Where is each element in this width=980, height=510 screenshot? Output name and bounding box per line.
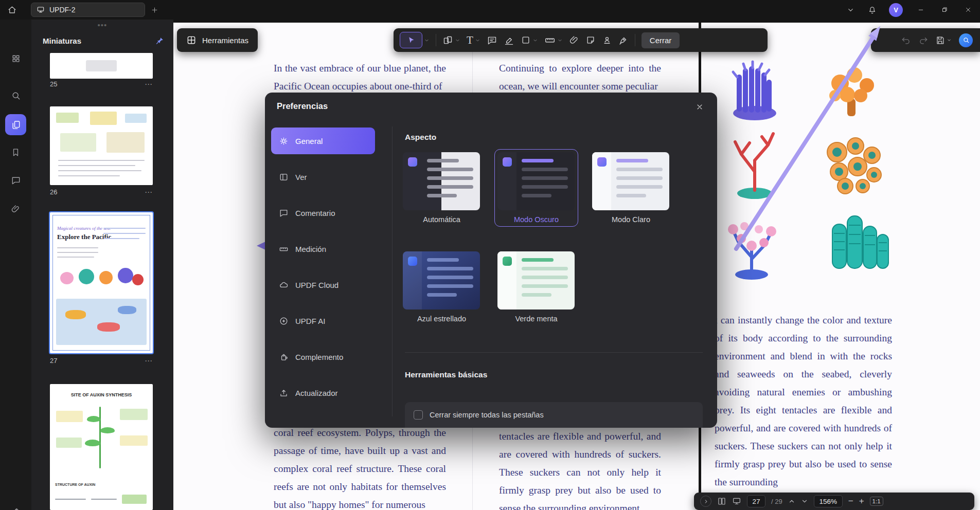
page-number-input[interactable]: 27 bbox=[747, 495, 765, 507]
dialog-nav-updf-ai[interactable]: UPDF AI bbox=[271, 307, 375, 334]
thumbnails-panel-button[interactable] bbox=[5, 114, 26, 135]
highlighter-icon bbox=[504, 35, 514, 46]
gear-icon bbox=[279, 136, 289, 146]
page-number-label: 25 bbox=[50, 80, 57, 88]
sign-tool[interactable] bbox=[618, 35, 629, 45]
attachments-panel-button[interactable] bbox=[5, 198, 26, 220]
thumb-fish bbox=[97, 322, 120, 332]
thumbnail-page-27[interactable]: Magical creatures of the sea. Explore th… bbox=[50, 212, 153, 353]
fountain-pen-icon bbox=[618, 35, 629, 45]
thumb-text-line bbox=[57, 257, 94, 258]
dialog-nav-ver[interactable]: Ver bbox=[271, 163, 375, 190]
undo-button[interactable] bbox=[901, 35, 911, 45]
thumb-26-diagram-block bbox=[106, 132, 145, 153]
theme-option-modo-oscuro[interactable]: Modo Oscuro bbox=[494, 149, 578, 227]
page-paragraph[interactable]: t can instantly change the color and tex… bbox=[715, 311, 892, 491]
workspace-grid-button[interactable] bbox=[5, 48, 26, 69]
thumb-28-callout bbox=[56, 438, 82, 448]
thumb-text-line bbox=[57, 252, 98, 253]
next-page-button[interactable] bbox=[801, 498, 808, 505]
aspect-heading: Aspecto bbox=[405, 133, 436, 142]
ruler-icon bbox=[544, 34, 556, 46]
measure-tool[interactable] bbox=[544, 34, 563, 46]
restore-icon bbox=[941, 6, 948, 13]
redo-button[interactable] bbox=[918, 35, 928, 45]
thumb-text-line bbox=[58, 160, 145, 161]
thumb-26-diagram-block bbox=[60, 133, 96, 152]
dialog-nav-general[interactable]: General bbox=[271, 128, 375, 154]
close-window-button[interactable] bbox=[956, 0, 980, 20]
comments-panel-button[interactable] bbox=[5, 170, 26, 191]
dialog-nav-comentario[interactable]: Comentario bbox=[271, 199, 375, 226]
dialog-nav-medicion[interactable]: Medición bbox=[271, 235, 375, 262]
more-options-icon[interactable]: ⋯ bbox=[145, 358, 153, 363]
home-button[interactable] bbox=[0, 0, 24, 20]
more-options-icon[interactable]: ⋯ bbox=[145, 82, 153, 87]
thumb-27-subtitle: Magical creatures of the sea. bbox=[57, 226, 111, 231]
thumb-26-diagram-block bbox=[125, 114, 147, 123]
theme-option-modo-claro[interactable]: Modo Claro bbox=[589, 149, 673, 227]
expand-panel-button[interactable] bbox=[700, 496, 711, 507]
highlighter-tool[interactable] bbox=[504, 35, 514, 46]
thumb-27-photo-band bbox=[56, 299, 147, 345]
notifications-button[interactable] bbox=[861, 0, 883, 20]
page-layout-button[interactable] bbox=[717, 497, 726, 506]
thumbnail-page-26[interactable] bbox=[50, 106, 153, 185]
stamp-tool[interactable] bbox=[602, 35, 612, 45]
actual-size-button[interactable]: 1:1 bbox=[870, 497, 883, 506]
page-paragraph[interactable]: coral reef ecosystem. Polyps, through th… bbox=[274, 424, 446, 510]
comment-tool[interactable] bbox=[487, 35, 497, 46]
dialog-close-button[interactable] bbox=[691, 99, 708, 115]
document-tab[interactable]: UPDF-2 bbox=[31, 3, 145, 17]
titlebar-menu-button[interactable] bbox=[840, 0, 861, 20]
user-avatar[interactable]: V bbox=[889, 3, 903, 17]
dialog-nav-actualizador[interactable]: Actualizador bbox=[271, 379, 375, 406]
shape-tool[interactable] bbox=[521, 35, 538, 45]
dialog-nav-label: Ver bbox=[295, 173, 307, 181]
new-tab-button[interactable] bbox=[145, 0, 164, 20]
page-paragraph[interactable]: tentacles are flexible and powerful, and… bbox=[499, 427, 661, 510]
minimize-button[interactable] bbox=[909, 0, 933, 20]
page-paragraph[interactable]: Continuing to explore deeper into the oc… bbox=[499, 59, 661, 95]
attachment-tool[interactable] bbox=[569, 35, 579, 45]
checkbox-unchecked[interactable] bbox=[414, 410, 423, 420]
panel-drag-handle[interactable]: ••• bbox=[98, 21, 108, 29]
pin-icon[interactable] bbox=[155, 37, 164, 45]
comment-bubble-icon bbox=[487, 35, 497, 46]
signature-tool-button[interactable] bbox=[5, 500, 26, 510]
thumbnail-page-25[interactable] bbox=[50, 53, 153, 79]
text-tool[interactable]: T bbox=[467, 35, 480, 46]
page-paragraph[interactable]: In the vast embrace of our blue planet, … bbox=[274, 59, 446, 95]
dialog-nav-updf-cloud[interactable]: UPDF Cloud bbox=[271, 271, 375, 298]
reading-mode-button[interactable] bbox=[732, 497, 741, 506]
theme-option-verde-menta[interactable]: Verde menta bbox=[494, 248, 578, 326]
previous-page-button[interactable] bbox=[788, 498, 795, 505]
select-tool[interactable] bbox=[400, 32, 430, 48]
zoom-level-input[interactable]: 156% bbox=[814, 495, 843, 507]
thumbnails-header: Miniaturas bbox=[43, 34, 164, 47]
thumbnail-page-28[interactable]: SITE OF AUXIN SYNTHESIS STRUCTURE OF AUX… bbox=[50, 384, 153, 510]
theme-label: Automática bbox=[403, 215, 480, 224]
zoom-out-button[interactable]: − bbox=[848, 496, 853, 506]
stamp-person-icon bbox=[602, 35, 612, 45]
theme-option-azul-estrellado[interactable]: Azul estrellado bbox=[400, 248, 484, 326]
tools-menu-button[interactable]: Herramientas bbox=[177, 28, 258, 52]
page-organize-tool[interactable] bbox=[442, 35, 460, 46]
annotation-arrow[interactable] bbox=[714, 20, 899, 266]
close-tools-button[interactable]: Cerrar bbox=[642, 32, 680, 48]
ai-search-button[interactable] bbox=[959, 33, 973, 47]
dialog-nav-complemento[interactable]: Complemento bbox=[271, 343, 375, 370]
cursor-icon bbox=[400, 32, 422, 48]
more-options-icon[interactable]: ⋯ bbox=[145, 190, 153, 195]
zoom-in-button[interactable]: + bbox=[859, 496, 864, 506]
close-all-tabs-setting[interactable]: Cerrar siempre todas las pestañas bbox=[405, 402, 703, 428]
maximize-button[interactable] bbox=[933, 0, 956, 20]
dialog-nav: General Ver Comentario Medición UPDF Clo… bbox=[271, 128, 375, 415]
save-button[interactable] bbox=[935, 35, 952, 45]
theme-option-automatica[interactable]: Automática bbox=[400, 149, 484, 227]
search-panel-button[interactable] bbox=[5, 85, 26, 106]
updf-app-window: UPDF-2 V bbox=[0, 0, 980, 510]
sticker-tool[interactable] bbox=[585, 35, 596, 45]
bookmarks-panel-button[interactable] bbox=[5, 142, 26, 163]
thumb-28-leaf bbox=[100, 427, 115, 433]
